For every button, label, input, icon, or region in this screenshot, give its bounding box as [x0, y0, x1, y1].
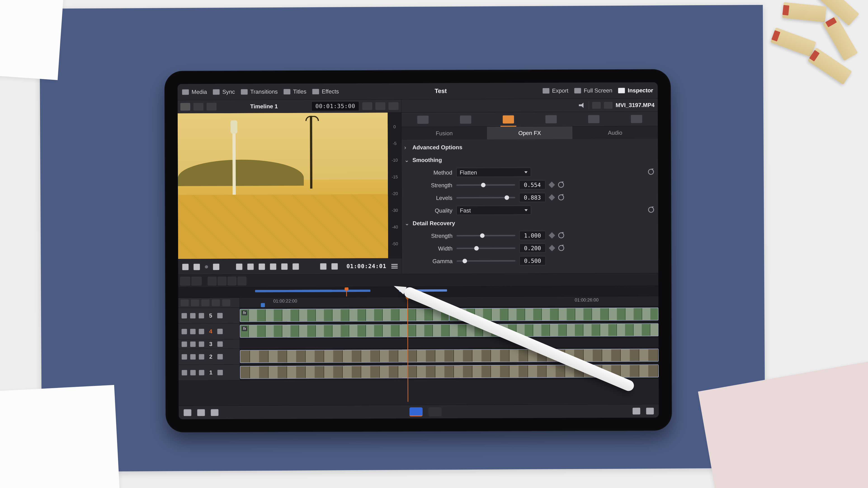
track-number[interactable]: 3	[207, 341, 214, 347]
media-button[interactable]: Media	[182, 89, 207, 95]
subtab-audio[interactable]: Audio	[572, 126, 658, 139]
export-button[interactable]: Export	[542, 88, 568, 94]
reset-icon[interactable]	[558, 195, 564, 200]
reset-icon[interactable]	[558, 182, 564, 188]
reset-method-icon[interactable]	[648, 169, 654, 175]
reset-icon[interactable]	[558, 232, 564, 238]
track-lane[interactable]	[240, 347, 659, 364]
track-number[interactable]: 2	[208, 353, 214, 360]
redo-icon[interactable]	[197, 409, 205, 416]
clip-audio-icon[interactable]	[604, 102, 612, 108]
marker-icon[interactable]	[260, 303, 265, 307]
keyframe-diamond-icon[interactable]	[549, 232, 555, 238]
inspector-tab-transition-icon[interactable]	[545, 115, 557, 123]
smoothing-strength-value[interactable]: 0.554	[519, 180, 546, 189]
video-enable-icon[interactable]	[199, 329, 204, 334]
settings-gear-icon[interactable]	[646, 408, 654, 414]
clip-video-icon[interactable]	[592, 102, 600, 109]
titles-button[interactable]: Titles	[284, 88, 307, 95]
close-up-icon[interactable]	[237, 276, 246, 285]
video-enable-icon[interactable]	[199, 370, 204, 375]
speaker-icon[interactable]	[190, 329, 195, 334]
track-number[interactable]: 5	[207, 312, 214, 319]
audio-sync-icon[interactable]	[202, 299, 210, 306]
transitions-button[interactable]: Transitions	[241, 88, 278, 95]
smart-insert-icon[interactable]	[208, 276, 217, 286]
lock-icon[interactable]	[182, 313, 187, 318]
timeline-clip[interactable]	[240, 349, 659, 363]
timeline-name[interactable]: Timeline 1	[250, 103, 278, 109]
track-expand-icon[interactable]	[217, 354, 223, 359]
viewer-bypass-icon[interactable]	[375, 102, 385, 110]
track-lane[interactable]	[240, 338, 658, 348]
inspector-body[interactable]: › Advanced Options ⌄ Smoothing Method Fl…	[401, 139, 658, 274]
detail-gamma-slider[interactable]	[457, 260, 515, 262]
record-dot-icon[interactable]	[205, 265, 208, 268]
keyframe-diamond-icon[interactable]	[549, 182, 555, 188]
viewer-color-icon[interactable]	[389, 102, 399, 110]
playhead-timecode[interactable]: 01:00:24:01	[346, 263, 386, 269]
page-color-icon[interactable]	[428, 407, 441, 416]
go-start-icon[interactable]	[236, 263, 242, 270]
page-cut-icon[interactable]	[409, 407, 423, 416]
timeline-tracks[interactable]: 5fxfx4fx321	[178, 306, 659, 405]
lock-icon[interactable]	[182, 354, 187, 359]
loop-icon[interactable]	[292, 263, 299, 269]
timeline-duration-timecode[interactable]: 00:01:35:00	[311, 101, 359, 111]
volume-icon[interactable]	[579, 102, 585, 108]
go-prev-edit-icon[interactable]	[320, 263, 327, 269]
trash-icon[interactable]	[211, 409, 218, 416]
fast-review-icon[interactable]	[182, 264, 188, 270]
video-viewer[interactable]	[178, 112, 388, 259]
viewer-options-icon[interactable]	[391, 264, 398, 268]
lock-icon[interactable]	[182, 341, 187, 347]
minimap-segment[interactable]	[255, 290, 370, 292]
smoothing-levels-slider[interactable]	[456, 197, 515, 199]
speaker-icon[interactable]	[190, 370, 196, 375]
track-expand-icon[interactable]	[217, 341, 223, 347]
detail-gamma-value[interactable]: 0.500	[520, 256, 546, 265]
viewer-mode-multicam-icon[interactable]	[193, 103, 204, 110]
keyframe-diamond-icon[interactable]	[549, 245, 555, 251]
method-dropdown[interactable]: Flatten	[456, 168, 531, 177]
flag-icon[interactable]	[222, 299, 230, 306]
track-lane[interactable]: fx	[240, 322, 658, 339]
edit-mode-trim-icon[interactable]	[191, 276, 202, 286]
step-back-icon[interactable]	[247, 263, 254, 270]
stop-icon[interactable]	[258, 263, 265, 270]
snap-magnet-icon[interactable]	[181, 299, 189, 306]
detail-strength-value[interactable]: 1.000	[520, 231, 546, 240]
video-enable-icon[interactable]	[199, 354, 204, 359]
viewer-camera-icon[interactable]	[362, 102, 372, 110]
viewer-mode-timeline-icon[interactable]	[207, 103, 217, 110]
minimap-playhead[interactable]	[346, 288, 347, 296]
speaker-icon[interactable]	[190, 354, 196, 359]
section-detail-recovery[interactable]: ⌄ Detail Recovery	[404, 216, 654, 230]
inspector-tab-audio-icon[interactable]	[460, 116, 471, 124]
lock-icon[interactable]	[182, 329, 187, 334]
undo-icon[interactable]	[184, 409, 191, 416]
timeline-clip[interactable]: fx	[240, 308, 449, 322]
full-screen-button[interactable]: Full Screen	[574, 87, 612, 94]
detail-width-value[interactable]: 0.200	[520, 243, 546, 253]
track-expand-icon[interactable]	[217, 370, 223, 375]
detail-strength-slider[interactable]	[457, 235, 515, 236]
ripple-overwrite-icon[interactable]	[227, 276, 237, 285]
append-icon[interactable]	[217, 276, 226, 285]
reset-icon[interactable]	[558, 245, 564, 251]
sync-button[interactable]: Sync	[213, 89, 235, 95]
video-enable-icon[interactable]	[199, 341, 204, 347]
marker-add-icon[interactable]	[212, 299, 220, 306]
trim-mode-icon[interactable]	[193, 264, 200, 270]
speaker-icon[interactable]	[190, 341, 195, 347]
inspector-tab-video-icon[interactable]	[417, 116, 428, 124]
smoothing-strength-slider[interactable]	[456, 184, 515, 186]
video-enable-icon[interactable]	[199, 313, 204, 318]
track-expand-icon[interactable]	[217, 313, 223, 318]
inspector-tab-effects-icon[interactable]	[502, 115, 514, 123]
dynamic-trim-icon[interactable]	[213, 264, 219, 270]
section-smoothing[interactable]: ⌄ Smoothing	[404, 153, 654, 166]
effects-button[interactable]: Effects	[312, 88, 339, 95]
track-number[interactable]: 1	[208, 369, 214, 376]
inspector-tab-image-icon[interactable]	[588, 115, 599, 123]
